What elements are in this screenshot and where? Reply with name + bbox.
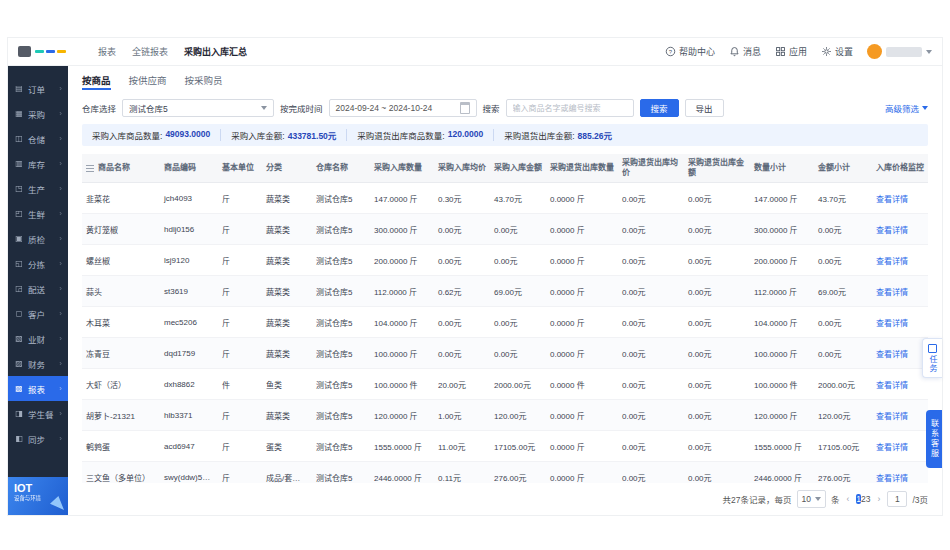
tab-2[interactable]: 按供应商 <box>129 73 167 90</box>
summary-label: 采购退货出库商品数量: <box>357 129 444 141</box>
view-detail-link[interactable]: 查看详情 <box>876 350 908 359</box>
sidebar-item-1[interactable]: ▤订单› <box>8 76 68 101</box>
avatar <box>867 44 882 59</box>
per-page-select[interactable]: 10 <box>797 490 826 508</box>
chevron-right-icon: › <box>59 84 62 93</box>
cell-r3-c3: 斤 <box>218 245 262 276</box>
sidebar-item-13[interactable]: ▩报表› <box>8 376 68 401</box>
cell-r3-c9: 0.0000 斤 <box>546 245 618 276</box>
view-detail-link[interactable]: 查看详情 <box>876 288 908 297</box>
export-button[interactable]: 导出 <box>685 99 724 117</box>
cell-r1-c2: jch4093 <box>160 183 218 214</box>
chevron-down-icon <box>922 106 928 110</box>
summary-item: 采购退货出库金额:885.26元 <box>494 129 622 141</box>
brand-logo-icon <box>35 50 66 53</box>
cell-r6-c2: dqd1759 <box>160 338 218 369</box>
task-panel-button[interactable]: 任务 <box>922 338 942 378</box>
cell-r10-c11: 0.00元 <box>684 462 750 484</box>
tab-3[interactable]: 按采购员 <box>185 73 223 90</box>
view-detail-link[interactable]: 查看详情 <box>876 443 908 452</box>
search-button[interactable]: 搜索 <box>640 99 679 117</box>
record-count: 共27条记录，每页 <box>723 493 792 505</box>
column-settings-icon[interactable] <box>86 165 94 172</box>
topbar-action-gear[interactable]: 设置 <box>821 45 853 58</box>
contact-service-button[interactable]: 联系客服 <box>926 410 942 468</box>
sidebar-item-label: 学生餐 <box>28 408 54 420</box>
pagination: 共27条记录，每页 10 条 ‹ 123 › 1 /3页 <box>68 483 942 515</box>
cell-r2-detail: 查看详情 <box>872 214 928 245</box>
chevron-down-icon <box>926 50 932 54</box>
sidebar: ▤订单›▦采购›◫仓储›▥库存›◳生产›◰生鲜›▣质检›◱分拣›◲配送›◻客户›… <box>8 66 68 515</box>
order-icon: ▤ <box>14 84 24 93</box>
chevron-down-icon <box>815 497 821 501</box>
cell-r1-c9: 0.0000 斤 <box>546 183 618 214</box>
sidebar-item-14[interactable]: ◨学生餐› <box>8 401 68 426</box>
advanced-filter-toggle[interactable]: 高级筛选 <box>885 102 928 114</box>
page-number-3[interactable]: 3 <box>866 494 871 504</box>
sidebar-item-9[interactable]: ◲配送› <box>8 276 68 301</box>
table-row: 黄灯笼椒hdlj0156斤蔬菜类测试仓库5300.0000 斤0.00元0.00… <box>82 214 928 245</box>
warehouse-label: 仓库选择 <box>82 102 116 114</box>
search-input[interactable] <box>506 99 634 117</box>
sidebar-item-3[interactable]: ◫仓储› <box>8 126 68 151</box>
cell-r7-c4: 鱼类 <box>262 369 312 400</box>
cell-r7-c12: 100.0000 件 <box>750 369 814 400</box>
logo-area[interactable] <box>18 46 90 57</box>
sidebar-item-8[interactable]: ◱分拣› <box>8 251 68 276</box>
summary-item: 采购入库商品数量:49093.0000 <box>90 129 221 141</box>
cell-r9-c7: 11.00元 <box>434 431 490 462</box>
cell-r6-c12: 100.0000 斤 <box>750 338 814 369</box>
cell-r9-c6: 1555.0000 斤 <box>370 431 434 462</box>
summary-bar: 采购入库商品数量:49093.0000采购入库金额:433781.50元采购退货… <box>82 124 928 146</box>
cell-r8-c2: hlb3371 <box>160 400 218 431</box>
sidebar-item-10[interactable]: ◻客户› <box>8 301 68 326</box>
sidebar-item-4[interactable]: ▥库存› <box>8 151 68 176</box>
view-detail-link[interactable]: 查看详情 <box>876 257 908 266</box>
topbar-action-bell[interactable]: 消息 <box>729 45 761 58</box>
summary-item: 采购入库金额:433781.50元 <box>221 129 347 141</box>
cell-r9-c13: 17105.00元 <box>814 431 872 462</box>
page-jump-input[interactable]: 1 <box>887 491 907 507</box>
next-page-button[interactable]: › <box>876 494 883 504</box>
tab-1[interactable]: 按商品 <box>82 73 111 90</box>
cell-r3-c8: 0.00元 <box>490 245 546 276</box>
cell-r9-c1: 鹌鹑蛋 <box>82 431 160 462</box>
breadcrumb-item[interactable]: 全链报表 <box>132 45 168 58</box>
sidebar-item-2[interactable]: ▦采购› <box>8 101 68 126</box>
data-table-wrap: 商品名称商品编码基本单位分类仓库名称采购入库数量采购入库均价采购入库金额采购退货… <box>82 154 928 483</box>
warehouse-select[interactable]: 测试仓库5 <box>122 99 274 117</box>
cell-r8-c11: 0.00元 <box>684 400 750 431</box>
user-menu[interactable] <box>867 44 932 59</box>
view-detail-link[interactable]: 查看详情 <box>876 474 908 483</box>
total-pages: /3页 <box>912 493 928 505</box>
view-detail-link[interactable]: 查看详情 <box>876 381 908 390</box>
view-detail-link[interactable]: 查看详情 <box>876 195 908 204</box>
date-range-picker[interactable]: 2024-09-24 ~ 2024-10-24 <box>329 99 477 117</box>
breadcrumb-item[interactable]: 报表 <box>98 45 116 58</box>
view-detail-link[interactable]: 查看详情 <box>876 319 908 328</box>
cell-r8-c9: 0.0000 斤 <box>546 400 618 431</box>
chevron-right-icon: › <box>59 409 62 418</box>
summary-item: 采购退货出库商品数量:120.0000 <box>347 129 494 141</box>
prev-page-button[interactable]: ‹ <box>845 494 852 504</box>
sidebar-item-15[interactable]: ◧同步› <box>8 426 68 451</box>
sidebar-item-6[interactable]: ◰生鲜› <box>8 201 68 226</box>
column-header-14: 入库价格监控 <box>872 154 928 183</box>
cell-r7-c6: 100.0000 件 <box>370 369 434 400</box>
view-detail-link[interactable]: 查看详情 <box>876 412 908 421</box>
topbar-action-help[interactable]: ?帮助中心 <box>665 45 715 58</box>
topbar-action-label: 设置 <box>835 45 853 58</box>
cell-r6-c1: 冻青豆 <box>82 338 160 369</box>
cell-r1-c5: 测试仓库5 <box>312 183 370 214</box>
cell-r8-c1: 胡萝卜-21321 <box>82 400 160 431</box>
sidebar-item-7[interactable]: ▣质检› <box>8 226 68 251</box>
sidebar-item-5[interactable]: ◳生产› <box>8 176 68 201</box>
cell-r9-c3: 斤 <box>218 431 262 462</box>
breadcrumb-item[interactable]: 采购出入库汇总 <box>184 45 247 58</box>
sidebar-item-11[interactable]: ▧业财› <box>8 326 68 351</box>
topbar-action-grid[interactable]: 应用 <box>775 45 807 58</box>
chevron-right-icon: › <box>59 334 62 343</box>
calendar-icon <box>460 102 470 114</box>
sidebar-item-12[interactable]: ▨财务› <box>8 351 68 376</box>
view-detail-link[interactable]: 查看详情 <box>876 226 908 235</box>
